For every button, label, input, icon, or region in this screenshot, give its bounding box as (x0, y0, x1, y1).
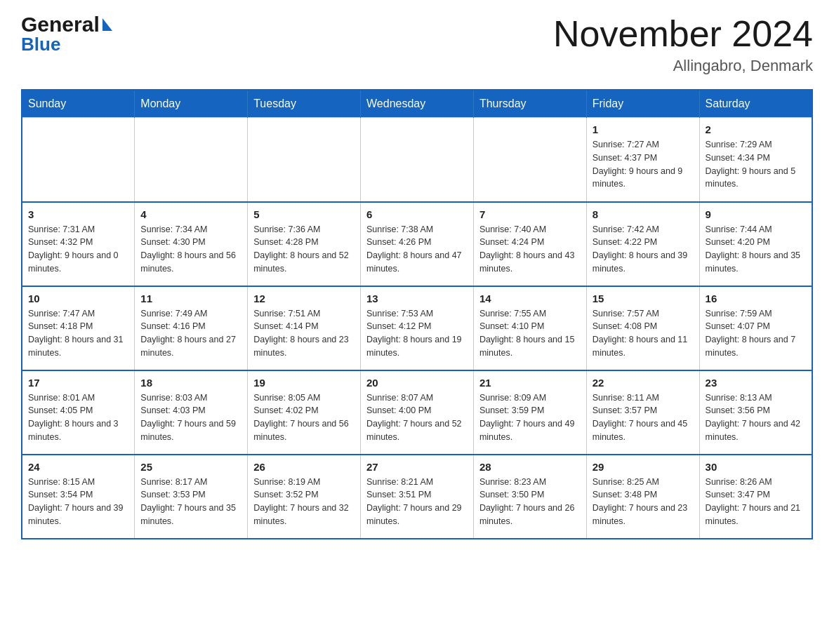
day-info: Sunrise: 7:29 AM Sunset: 4:34 PM Dayligh… (706, 138, 806, 191)
calendar-cell: 27Sunrise: 8:21 AM Sunset: 3:51 PM Dayli… (361, 455, 474, 539)
calendar-cell: 15Sunrise: 7:57 AM Sunset: 4:08 PM Dayli… (586, 286, 699, 370)
calendar-cell: 22Sunrise: 8:11 AM Sunset: 3:57 PM Dayli… (586, 370, 699, 455)
calendar-cell: 5Sunrise: 7:36 AM Sunset: 4:28 PM Daylig… (248, 202, 361, 286)
day-number: 30 (706, 461, 806, 473)
calendar-week-row: 1Sunrise: 7:27 AM Sunset: 4:37 PM Daylig… (22, 118, 812, 202)
day-info: Sunrise: 7:38 AM Sunset: 4:26 PM Dayligh… (366, 223, 468, 276)
logo: General Blue (21, 14, 112, 53)
day-info: Sunrise: 7:27 AM Sunset: 4:37 PM Dayligh… (593, 138, 694, 191)
calendar-cell: 3Sunrise: 7:31 AM Sunset: 4:32 PM Daylig… (22, 202, 135, 286)
day-info: Sunrise: 8:25 AM Sunset: 3:48 PM Dayligh… (593, 476, 694, 528)
day-info: Sunrise: 7:49 AM Sunset: 4:16 PM Dayligh… (140, 307, 241, 360)
calendar-cell: 7Sunrise: 7:40 AM Sunset: 4:24 PM Daylig… (473, 202, 586, 286)
day-number: 3 (28, 208, 128, 220)
day-number: 7 (479, 208, 581, 220)
day-info: Sunrise: 7:40 AM Sunset: 4:24 PM Dayligh… (479, 223, 581, 276)
day-info: Sunrise: 8:23 AM Sunset: 3:50 PM Dayligh… (479, 476, 581, 528)
day-number: 2 (706, 123, 806, 135)
calendar-header-monday: Monday (135, 90, 248, 118)
calendar-cell: 2Sunrise: 7:29 AM Sunset: 4:34 PM Daylig… (699, 118, 812, 202)
day-number: 15 (593, 293, 694, 304)
day-info: Sunrise: 8:17 AM Sunset: 3:53 PM Dayligh… (140, 476, 241, 528)
day-info: Sunrise: 8:26 AM Sunset: 3:47 PM Dayligh… (706, 476, 806, 528)
day-info: Sunrise: 7:53 AM Sunset: 4:12 PM Dayligh… (366, 307, 468, 360)
day-number: 10 (28, 293, 128, 304)
calendar-cell: 23Sunrise: 8:13 AM Sunset: 3:56 PM Dayli… (699, 370, 812, 455)
calendar-week-row: 10Sunrise: 7:47 AM Sunset: 4:18 PM Dayli… (22, 286, 812, 370)
calendar-cell (473, 118, 586, 202)
logo-text-blue: Blue (21, 35, 112, 53)
month-title: November 2024 (553, 14, 813, 54)
day-info: Sunrise: 7:47 AM Sunset: 4:18 PM Dayligh… (28, 307, 128, 360)
calendar-header-row: SundayMondayTuesdayWednesdayThursdayFrid… (22, 90, 812, 118)
day-info: Sunrise: 8:15 AM Sunset: 3:54 PM Dayligh… (28, 476, 128, 528)
calendar-cell: 10Sunrise: 7:47 AM Sunset: 4:18 PM Dayli… (22, 286, 135, 370)
calendar-header-saturday: Saturday (699, 90, 812, 118)
calendar-cell: 16Sunrise: 7:59 AM Sunset: 4:07 PM Dayli… (699, 286, 812, 370)
calendar-cell: 4Sunrise: 7:34 AM Sunset: 4:30 PM Daylig… (135, 202, 248, 286)
calendar-header-thursday: Thursday (473, 90, 586, 118)
calendar-cell (248, 118, 361, 202)
header: General Blue November 2024 Allingabro, D… (21, 14, 813, 75)
day-number: 1 (593, 123, 694, 135)
calendar-cell: 19Sunrise: 8:05 AM Sunset: 4:02 PM Dayli… (248, 370, 361, 455)
day-info: Sunrise: 8:21 AM Sunset: 3:51 PM Dayligh… (366, 476, 468, 528)
day-info: Sunrise: 8:19 AM Sunset: 3:52 PM Dayligh… (253, 476, 355, 528)
calendar-cell: 8Sunrise: 7:42 AM Sunset: 4:22 PM Daylig… (586, 202, 699, 286)
calendar-cell: 9Sunrise: 7:44 AM Sunset: 4:20 PM Daylig… (699, 202, 812, 286)
day-number: 9 (706, 208, 806, 220)
calendar-cell: 21Sunrise: 8:09 AM Sunset: 3:59 PM Dayli… (473, 370, 586, 455)
day-info: Sunrise: 7:57 AM Sunset: 4:08 PM Dayligh… (593, 307, 694, 360)
calendar-cell: 25Sunrise: 8:17 AM Sunset: 3:53 PM Dayli… (135, 455, 248, 539)
day-number: 26 (253, 461, 355, 473)
calendar-header-tuesday: Tuesday (248, 90, 361, 118)
day-info: Sunrise: 7:55 AM Sunset: 4:10 PM Dayligh… (479, 307, 581, 360)
calendar-cell (361, 118, 474, 202)
day-number: 29 (593, 461, 694, 473)
day-info: Sunrise: 8:07 AM Sunset: 4:00 PM Dayligh… (366, 391, 468, 444)
day-info: Sunrise: 8:09 AM Sunset: 3:59 PM Dayligh… (479, 391, 581, 444)
calendar-week-row: 24Sunrise: 8:15 AM Sunset: 3:54 PM Dayli… (22, 455, 812, 539)
day-number: 21 (479, 377, 581, 389)
day-info: Sunrise: 7:36 AM Sunset: 4:28 PM Dayligh… (253, 223, 355, 276)
day-info: Sunrise: 7:51 AM Sunset: 4:14 PM Dayligh… (253, 307, 355, 360)
day-number: 13 (366, 293, 468, 304)
day-number: 27 (366, 461, 468, 473)
day-number: 22 (593, 377, 694, 389)
calendar-cell: 20Sunrise: 8:07 AM Sunset: 4:00 PM Dayli… (361, 370, 474, 455)
day-number: 12 (253, 293, 355, 304)
day-number: 6 (366, 208, 468, 220)
calendar-cell: 18Sunrise: 8:03 AM Sunset: 4:03 PM Dayli… (135, 370, 248, 455)
day-info: Sunrise: 8:03 AM Sunset: 4:03 PM Dayligh… (140, 391, 241, 444)
calendar-cell (22, 118, 135, 202)
day-info: Sunrise: 7:44 AM Sunset: 4:20 PM Dayligh… (706, 223, 806, 276)
calendar-header-wednesday: Wednesday (361, 90, 474, 118)
logo-text-black: General (21, 14, 100, 35)
calendar-cell: 17Sunrise: 8:01 AM Sunset: 4:05 PM Dayli… (22, 370, 135, 455)
day-number: 20 (366, 377, 468, 389)
day-number: 24 (28, 461, 128, 473)
day-number: 18 (140, 377, 241, 389)
calendar-cell (135, 118, 248, 202)
day-number: 25 (140, 461, 241, 473)
day-number: 4 (140, 208, 241, 220)
day-number: 23 (706, 377, 806, 389)
day-info: Sunrise: 8:11 AM Sunset: 3:57 PM Dayligh… (593, 391, 694, 444)
calendar-cell: 24Sunrise: 8:15 AM Sunset: 3:54 PM Dayli… (22, 455, 135, 539)
calendar-week-row: 3Sunrise: 7:31 AM Sunset: 4:32 PM Daylig… (22, 202, 812, 286)
day-info: Sunrise: 8:01 AM Sunset: 4:05 PM Dayligh… (28, 391, 128, 444)
calendar-cell: 14Sunrise: 7:55 AM Sunset: 4:10 PM Dayli… (473, 286, 586, 370)
day-info: Sunrise: 8:05 AM Sunset: 4:02 PM Dayligh… (253, 391, 355, 444)
calendar-header-sunday: Sunday (22, 90, 135, 118)
day-number: 16 (706, 293, 806, 304)
day-number: 8 (593, 208, 694, 220)
calendar-cell: 13Sunrise: 7:53 AM Sunset: 4:12 PM Dayli… (361, 286, 474, 370)
calendar-cell: 6Sunrise: 7:38 AM Sunset: 4:26 PM Daylig… (361, 202, 474, 286)
day-info: Sunrise: 7:59 AM Sunset: 4:07 PM Dayligh… (706, 307, 806, 360)
day-info: Sunrise: 7:42 AM Sunset: 4:22 PM Dayligh… (593, 223, 694, 276)
calendar-cell: 29Sunrise: 8:25 AM Sunset: 3:48 PM Dayli… (586, 455, 699, 539)
day-number: 11 (140, 293, 241, 304)
calendar-week-row: 17Sunrise: 8:01 AM Sunset: 4:05 PM Dayli… (22, 370, 812, 455)
calendar-header-friday: Friday (586, 90, 699, 118)
calendar-cell: 28Sunrise: 8:23 AM Sunset: 3:50 PM Dayli… (473, 455, 586, 539)
